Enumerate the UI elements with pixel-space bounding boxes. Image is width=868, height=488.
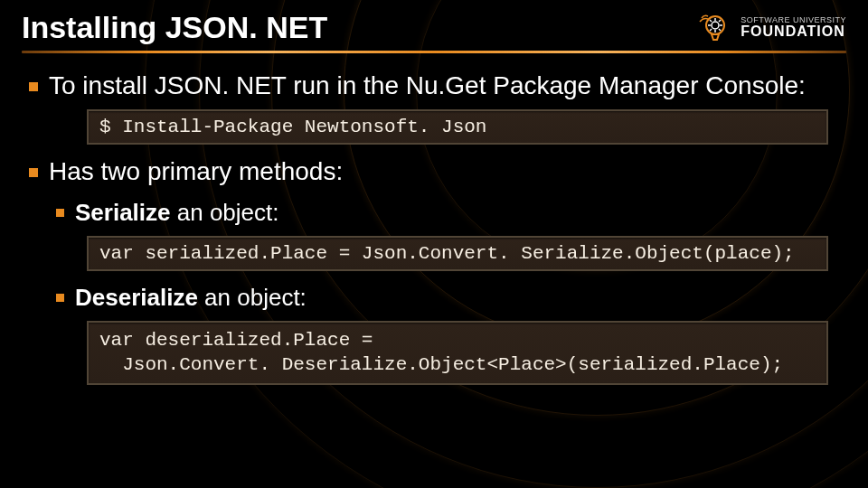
bullet-install-text: To install JSON. NET run in the Nu.Get P… [49, 71, 806, 100]
bullet-icon [56, 294, 64, 302]
bullet-methods: Has two primary methods: [29, 157, 846, 186]
bullet-serialize-text: Serialize an object: [75, 199, 279, 227]
serialize-rest: an object: [171, 199, 279, 226]
lightbulb-gear-icon [697, 9, 733, 45]
brand-text: SOFTWARE UNIVERSITY FOUNDATION [741, 16, 846, 39]
bullet-icon [29, 168, 38, 177]
bullet-methods-text: Has two primary methods: [49, 157, 343, 186]
serialize-bold: Serialize [75, 199, 171, 226]
code-install: $ Install-Package Newtonsoft. Json [87, 109, 828, 145]
bullet-serialize: Serialize an object: [56, 199, 846, 227]
deserialize-rest: an object: [198, 284, 307, 311]
svg-point-1 [712, 22, 719, 29]
header: Installing JSON. NET [22, 9, 846, 45]
slide: Installing JSON. NET [0, 0, 868, 488]
svg-line-6 [710, 20, 712, 22]
svg-line-8 [710, 29, 712, 31]
bullet-icon [56, 209, 64, 217]
bullet-deserialize: Deserialize an object: [56, 284, 846, 312]
brand-line2: FOUNDATION [741, 24, 846, 39]
svg-line-7 [719, 29, 721, 31]
deserialize-bold: Deserialize [75, 284, 198, 311]
bullet-deserialize-text: Deserialize an object: [75, 284, 307, 312]
slide-title: Installing JSON. NET [22, 10, 327, 45]
code-deserialize: var deserialized.Place = Json.Convert. D… [87, 321, 828, 385]
bullet-icon [29, 82, 38, 91]
brand-logo: SOFTWARE UNIVERSITY FOUNDATION [697, 9, 846, 45]
bullet-install: To install JSON. NET run in the Nu.Get P… [29, 71, 846, 100]
svg-line-9 [719, 20, 721, 22]
code-serialize: var serialized.Place = Json.Convert. Ser… [87, 236, 828, 271]
header-divider [22, 51, 846, 53]
